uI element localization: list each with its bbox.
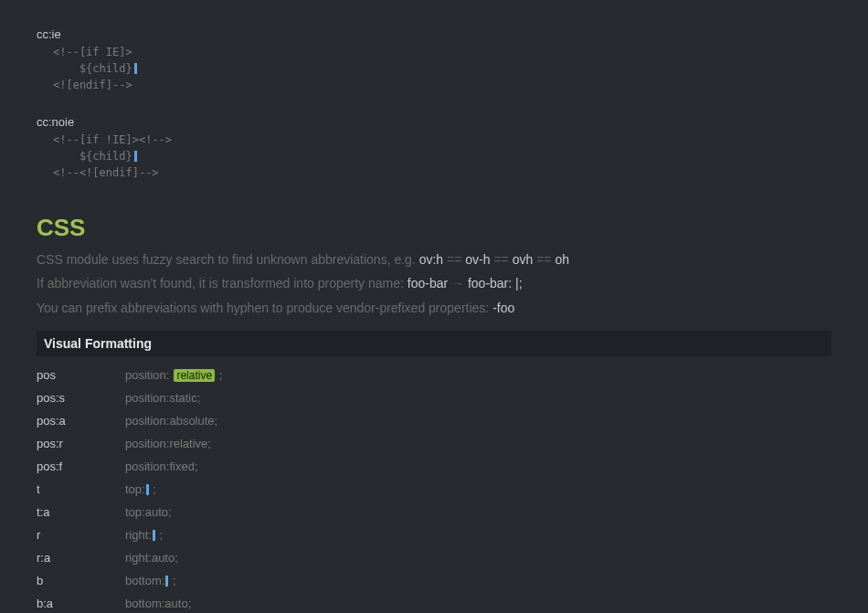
equals-separator: == (443, 252, 465, 267)
snippet-code: <!--[if IE]> ${child} <![endif]--> (37, 44, 831, 93)
cheat-sheet-page: cc:ie<!--[if IE]> ${child} <![endif]-->c… (0, 0, 868, 613)
fuzzy-variant: ov:h (419, 252, 443, 267)
table-row: rright: ; (37, 523, 831, 546)
snippet-code: <!--[if !IE]><!--> ${child} <!--<![endif… (37, 132, 831, 181)
cursor-icon (153, 530, 155, 541)
arrow-icon: → (448, 276, 468, 291)
table-row: b:abottom:auto; (37, 592, 831, 613)
html-snippets: cc:ie<!--[if IE]> ${child} <![endif]-->c… (37, 27, 831, 181)
expansion: position:absolute; (125, 414, 217, 428)
table-row: t:atop:auto; (37, 501, 831, 523)
fuzzy-variant: ov-h (465, 252, 490, 267)
abbreviation: r (37, 528, 125, 542)
expansion: position:static; (125, 391, 200, 405)
snippet-name: cc:ie (37, 27, 831, 41)
cursor-icon (165, 576, 168, 587)
abbreviation: t:a (37, 505, 125, 519)
abbreviation: pos:a (37, 414, 125, 428)
intro-transform-text: If abbreviation wasn't found, it is tran… (37, 276, 408, 291)
snippet: cc:noie<!--[if !IE]><!--> ${child} <!--<… (37, 115, 831, 181)
abbreviation: pos (37, 368, 125, 382)
intro-fuzzy: CSS module uses fuzzy search to find unk… (37, 249, 831, 270)
expansion: top:auto; (125, 505, 172, 519)
expansion: right:auto; (125, 551, 178, 565)
snippet: cc:ie<!--[if IE]> ${child} <![endif]--> (37, 27, 831, 93)
css-heading: CSS (37, 214, 831, 242)
abbreviation: b:a (37, 597, 125, 610)
intro-fuzzy-chain: ov:h == ov-h == ovh == oh (419, 252, 569, 267)
cursor-icon (134, 151, 137, 162)
table-row: bbottom: ; (37, 569, 831, 592)
expansion: top: ; (125, 482, 156, 496)
expansion: bottom:auto; (125, 597, 191, 610)
expansion: position:fixed; (125, 460, 198, 473)
equals-separator: == (491, 252, 513, 267)
abbreviation: t (37, 482, 125, 496)
equals-separator: == (533, 252, 555, 267)
abbreviation-table: posposition:relative ;pos:sposition:stat… (37, 364, 831, 613)
tabstop-placeholder: relative (174, 369, 215, 382)
table-row: pos:rposition:relative; (37, 432, 831, 455)
table-row: r:aright:auto; (37, 546, 831, 569)
expansion: bottom: ; (125, 574, 176, 587)
expansion: position:relative; (125, 437, 211, 450)
intro-fuzzy-text: CSS module uses fuzzy search to find unk… (37, 252, 419, 267)
fuzzy-variant: oh (555, 252, 569, 267)
section-visual-formatting: Visual Formatting (37, 331, 831, 356)
table-row: pos:sposition:static; (37, 386, 831, 409)
table-row: ttop: ; (37, 478, 831, 501)
table-row: pos:fposition:fixed; (37, 455, 831, 478)
intro-prefix-text: You can prefix abbreviations with hyphen… (37, 301, 492, 315)
snippet-name: cc:noie (37, 115, 831, 129)
abbreviation: pos:f (37, 460, 125, 473)
expansion: right: ; (125, 528, 163, 542)
abbreviation: b (37, 574, 125, 587)
abbreviation: pos:s (37, 391, 125, 405)
cursor-icon (146, 484, 149, 495)
table-row: posposition:relative ; (37, 364, 831, 386)
intro-prefix: You can prefix abbreviations with hyphen… (37, 298, 831, 318)
abbreviation: r:a (37, 551, 125, 565)
intro-transform: If abbreviation wasn't found, it is tran… (37, 273, 831, 293)
expansion: position:relative ; (125, 368, 222, 382)
intro-prefix-example: -foo (492, 301, 514, 315)
table-row: pos:aposition:absolute; (37, 409, 831, 432)
intro-transform-to: foo-bar: |; (468, 276, 523, 291)
abbreviation: pos:r (37, 437, 125, 450)
intro-transform-from: foo-bar (408, 276, 448, 291)
fuzzy-variant: ovh (513, 252, 534, 267)
cursor-icon (134, 63, 137, 74)
